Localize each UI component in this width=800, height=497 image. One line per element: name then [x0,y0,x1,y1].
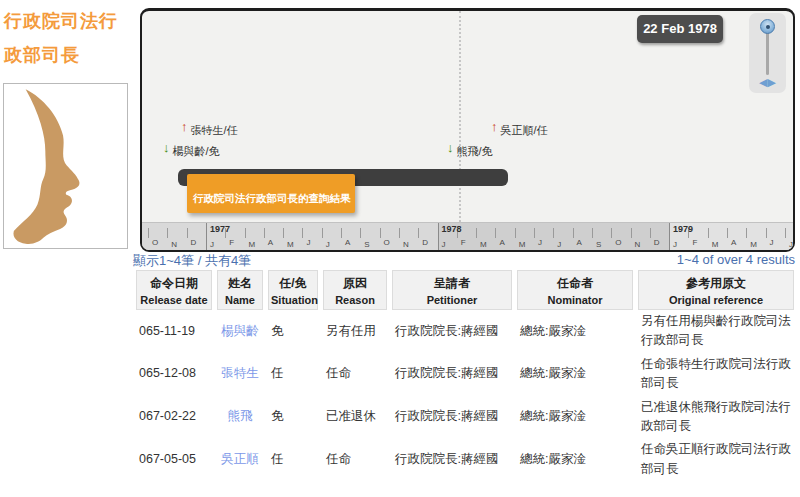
axis-month-tick [592,228,593,238]
person-link[interactable]: 吳正順 [221,452,259,466]
current-date-bubble: 22 Feb 1978 [637,15,723,43]
header-situation: 任/免Situation [268,270,318,310]
header-original-reference: 參考用原文Original reference [638,270,794,310]
axis-year-label: 1977 [210,224,230,234]
axis-month-tick [360,228,361,238]
event-label: 熊飛/免 [457,145,493,157]
axis-month-label: F [692,238,697,247]
timeline-panel[interactable]: 行政院司法行政部司長的查詢結果 ↓楊與齡/免 ↑張特生/任 ↓熊飛/免 ↑吳正順… [140,8,795,252]
cell-release-date: 067-05-05 [136,438,212,481]
cell-nominator: 總統:嚴家淦 [517,438,633,481]
axis-year-tick [206,223,207,251]
axis-month-label: M [750,240,757,249]
axis-year-tick [669,223,670,251]
axis-month-label: D [422,238,428,247]
pan-left-arrow-icon[interactable]: ◀ [759,76,767,88]
timeline-event-wu-appoint[interactable]: ↑吳正順/任 [491,122,548,138]
axis-month-label: J [789,240,793,249]
header-petitioner: 呈請者Petitioner [392,270,512,310]
axis-month-label: N [403,240,409,249]
cell-petitioner: 行政院院長:蔣經國 [392,438,512,481]
axis-month-tick [708,228,709,238]
timeline-axis[interactable]: ONDJFMAMJJASONDJFMAMJJASONDJFMAMJJ197719… [142,222,793,250]
event-label: 吳正順/任 [501,124,548,136]
cell-name: 熊飛 [217,396,263,439]
person-link[interactable]: 熊飛 [228,409,253,423]
results-count-zh: 顯示1~4筆 / 共有4筆 [133,252,251,270]
cell-name: 張特生 [217,353,263,396]
header-name: 姓名Name [217,270,263,310]
axis-month-label: O [152,238,158,247]
cell-original-reference: 任命吳正順行政院司法行政部司長 [638,438,794,481]
axis-month-label: M [712,240,719,249]
axis-month-label: O [615,238,621,247]
axis-month-tick [380,228,381,238]
timeline-zoom-widget[interactable]: ◀▶ [749,13,786,93]
axis-year-tick [438,223,439,251]
axis-month-label: F [229,238,234,247]
axis-month-tick [611,228,612,238]
axis-month-tick [727,228,728,238]
axis-month-label: A [731,238,736,247]
axis-month-label: J [326,240,330,249]
axis-month-tick [264,228,265,238]
table-row: 065-11-19 楊與齡 免 另有任用 行政院院長:蔣經國 總統:嚴家淦 另有… [136,310,794,353]
axis-month-label: M [249,240,256,249]
header-release-date: 命令日期Release date [136,270,212,310]
axis-month-tick [553,228,554,238]
cell-situation: 任 [268,353,318,396]
cell-reason: 任命 [323,438,387,481]
axis-month-label: J [442,240,446,249]
axis-year-label: 1979 [673,224,693,234]
axis-month-tick [283,228,284,238]
axis-month-label: M [480,240,487,249]
axis-year-label: 1978 [442,224,462,234]
cell-reason: 已准退休 [323,396,387,439]
axis-month-tick [515,228,516,238]
timeline-event-zhang-appoint[interactable]: ↑張特生/任 [181,122,238,138]
axis-month-tick [573,228,574,238]
table-row: 065-12-08 張特生 任 任命 行政院院長:蔣經國 總統:嚴家淦 任命張特… [136,353,794,396]
axis-month-tick [322,228,323,238]
current-date-line [459,11,461,222]
zoom-knob-dot [766,25,770,29]
axis-month-label: J [673,240,677,249]
axis-month-label: S [596,240,601,249]
axis-month-label: M [519,240,526,249]
axis-month-tick [534,228,535,238]
cell-petitioner: 行政院院長:蔣經國 [392,353,512,396]
cell-situation: 免 [268,396,318,439]
table-row: 067-05-05 吳正順 任 任命 行政院院長:蔣經國 總統:嚴家淦 任命吳正… [136,438,794,481]
header-nominator: 任命者Nominator [517,270,633,310]
axis-month-label: J [538,238,542,247]
zoom-slider-knob[interactable] [760,19,775,34]
table-row: 067-02-22 熊飛 免 已准退休 行政院院長:蔣經國 總統:嚴家淦 已准退… [136,396,794,439]
axis-month-tick [495,228,496,238]
cell-nominator: 總統:嚴家淦 [517,310,633,353]
query-result-tooltip: 行政院司法行政部司長的查詢結果 [187,174,355,213]
table-header-row: 命令日期Release date 姓名Name 任/免Situation 原因R… [136,270,794,310]
axis-month-label: A [499,238,504,247]
axis-month-tick [476,228,477,238]
cell-release-date: 065-12-08 [136,353,212,396]
timeline-event-yang-dismiss[interactable]: ↓楊與齡/免 [163,143,220,159]
axis-month-tick [766,228,767,238]
cell-reason: 任命 [323,353,387,396]
results-count-en: 1~4 of over 4 results [677,252,795,267]
axis-month-label: J [210,240,214,249]
profile-face-logo [3,83,128,249]
axis-month-label: A [268,238,273,247]
page-title: 行政院司法行 政部司長 [4,4,136,72]
axis-month-label: A [577,238,582,247]
dismiss-arrow-icon: ↓ [163,140,170,155]
cell-original-reference: 任命張特生行政院司法行政部司長 [638,353,794,396]
cell-situation: 任 [268,438,318,481]
cell-nominator: 總統:嚴家淦 [517,353,633,396]
event-label: 張特生/任 [191,124,238,136]
appoint-arrow-icon: ↑ [491,119,498,134]
person-link[interactable]: 張特生 [221,366,259,380]
axis-month-label: M [287,240,294,249]
pan-right-arrow-icon[interactable]: ▶ [768,76,776,88]
person-link[interactable]: 楊與齡 [221,324,259,338]
timeline-event-xiong-dismiss[interactable]: ↓熊飛/免 [447,143,493,159]
